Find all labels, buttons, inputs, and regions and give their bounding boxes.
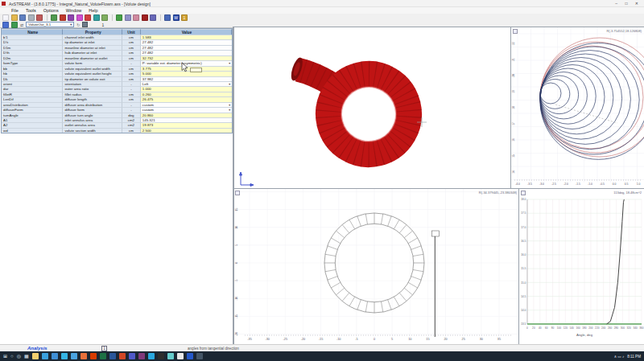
svg-text:0: 0 [374, 338, 375, 341]
svg-text:0.0: 0.0 [613, 183, 617, 186]
export-icon[interactable] [36, 14, 43, 21]
plot-tool-icon[interactable] [513, 29, 518, 34]
compute-icon[interactable] [11, 22, 18, 28]
menu-window[interactable]: Window [66, 8, 82, 13]
photos-icon[interactable] [71, 353, 77, 359]
plan-readout: R(-34.379445,-23.380348) [479, 191, 517, 195]
menu-help[interactable]: Help [89, 8, 97, 13]
svg-text:15.5: 15.5 [521, 267, 526, 270]
svg-text:220: 220 [595, 326, 600, 330]
chart-area-icon[interactable] [68, 14, 74, 21]
svg-text:-2.0: -2.0 [564, 183, 568, 186]
column-header[interactable]: Unit [122, 29, 141, 35]
svg-text:17.5: 17.5 [521, 211, 526, 215]
word-icon[interactable] [109, 353, 116, 359]
value-cell[interactable]: 2.500 [141, 128, 232, 133]
svg-text:240: 240 [601, 326, 606, 330]
menu-file[interactable]: File [11, 8, 19, 13]
edge-icon[interactable] [42, 353, 48, 359]
teams-icon[interactable] [129, 353, 135, 359]
app-icon [2, 2, 6, 6]
svg-text:-0.5: -0.5 [600, 183, 605, 186]
swap-icon[interactable]: ⇄ [20, 23, 23, 27]
save-icon[interactable] [19, 14, 26, 21]
flag-one-icon[interactable]: 1 [181, 14, 188, 21]
plot-tool-icon[interactable] [235, 191, 240, 195]
curve-red-icon[interactable] [85, 14, 91, 21]
chart-bar-icon[interactable] [60, 14, 66, 21]
svg-text:260: 260 [608, 326, 613, 330]
browser-icon[interactable] [80, 353, 87, 359]
office-icon[interactable] [90, 353, 97, 359]
viewport-3d[interactable] [233, 27, 511, 189]
github-icon[interactable] [177, 353, 184, 359]
view-count: 1 [101, 23, 104, 27]
task-view-icon[interactable]: ▦ [24, 352, 29, 360]
report-icon[interactable] [164, 14, 171, 21]
rings-icon[interactable] [150, 14, 156, 21]
sphere-red-icon[interactable] [142, 14, 148, 21]
layers-icon[interactable] [125, 14, 131, 21]
vscode-icon[interactable] [148, 353, 155, 359]
svg-text:320: 320 [627, 326, 632, 330]
calculator-icon[interactable] [167, 353, 174, 359]
menu-options[interactable]: Options [43, 8, 59, 13]
property-table-body: b'1channel inlet widthcm1.583D'titip dia… [2, 35, 232, 133]
viewport-area[interactable]: 113deg, 18.48cm^2 18.017.517.016.516.015… [519, 189, 644, 344]
tab-analysis[interactable]: Analysis [27, 346, 47, 351]
data-table-icon[interactable] [51, 14, 57, 21]
svg-text:16.5: 16.5 [521, 240, 526, 243]
powerpoint-icon[interactable] [119, 353, 126, 359]
wizard-icon[interactable]: W [173, 14, 180, 21]
curve-teal-icon[interactable] [93, 14, 100, 21]
viewport-sections[interactable]: R(-3.754552,18.126808) -4.0-3.5-3.0-2.5-… [511, 27, 644, 189]
menu-bar: FileToolsOptionsWindowHelp [0, 7, 644, 14]
cortana-icon[interactable]: ◎ [17, 352, 21, 360]
plot-tool-icon[interactable] [521, 191, 526, 195]
svg-text:16: 16 [512, 138, 515, 142]
open-folder-icon[interactable] [11, 14, 18, 21]
new-doc-icon[interactable] [2, 14, 9, 21]
palette-icon[interactable] [133, 14, 139, 21]
active-view-toggle[interactable] [82, 22, 88, 27]
onenote-icon[interactable] [138, 353, 145, 359]
app-blue-icon[interactable] [187, 353, 193, 359]
svg-text:-1.5: -1.5 [576, 183, 580, 186]
column-header[interactable]: Value [141, 29, 232, 35]
column-header[interactable]: Property [63, 29, 122, 35]
svg-text:15.0: 15.0 [521, 281, 526, 285]
tray-icons[interactable]: ∧ ▭ ♪ [614, 355, 625, 359]
update-icon[interactable] [2, 22, 9, 28]
svg-text:-1.0: -1.0 [588, 183, 592, 186]
table-row: wdvolute section widthcm2.500 [2, 128, 232, 133]
menu-tools[interactable]: Tools [26, 8, 36, 13]
svg-text:-10: -10 [336, 338, 341, 341]
viewport-plan[interactable]: R(-34.379445,-23.380348) -35-30-25-20-15… [233, 189, 519, 344]
refresh-icon[interactable]: ↻ [76, 23, 80, 27]
object-selector[interactable]: VoluteOut_3-1 ▼ [26, 22, 74, 27]
mesh-icon[interactable] [101, 14, 108, 21]
svg-text:18: 18 [512, 106, 515, 109]
store-icon[interactable] [61, 353, 68, 359]
search-icon[interactable]: ○ [10, 352, 14, 360]
excel-icon[interactable] [100, 353, 106, 359]
svg-text:340: 340 [633, 326, 638, 330]
terminal-icon[interactable] [158, 353, 164, 359]
print-icon[interactable] [28, 14, 35, 21]
curve-magenta-icon[interactable] [76, 14, 83, 21]
explorer-icon[interactable] [32, 353, 39, 359]
svg-text:-4.0: -4.0 [515, 183, 520, 186]
mail-icon[interactable] [52, 353, 58, 359]
window-controls[interactable]: – □ ✕ [615, 1, 642, 6]
column-header[interactable]: Name [2, 29, 63, 35]
grid-green-icon[interactable] [116, 14, 122, 21]
app-dark-icon[interactable] [196, 353, 203, 359]
svg-text:-3.0: -3.0 [539, 183, 544, 186]
object-selector-value: VoluteOut_3-1 [28, 23, 51, 27]
start-icon[interactable]: ⊞ [3, 352, 7, 360]
ucs-axes-icon [240, 172, 254, 187]
svg-text:22: 22 [512, 42, 515, 45]
page-number-box[interactable]: 1 [101, 346, 107, 351]
svg-text:200: 200 [588, 326, 593, 330]
sections-plot: -4.0-3.5-3.0-2.5-2.0-1.5-1.0-0.50.00.51.… [511, 27, 644, 189]
